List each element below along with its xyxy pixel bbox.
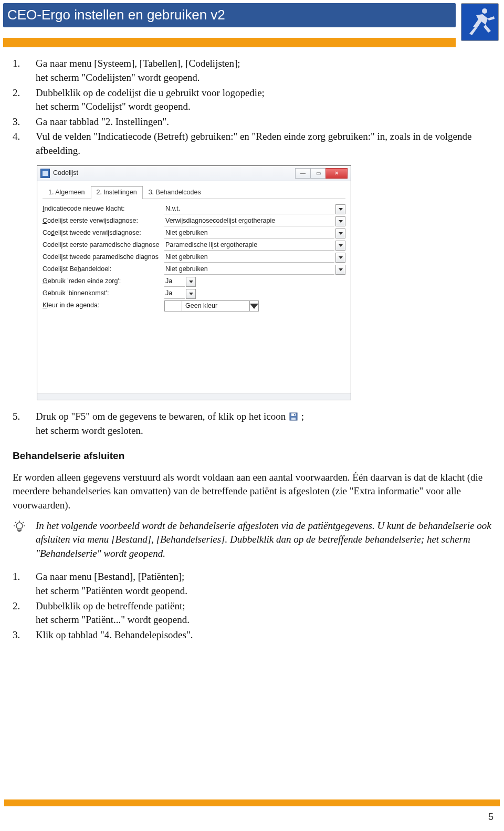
form-row: Codelijst eerste verwijsdiagnose:Verwijs… [43,215,345,227]
form-row: Gebruik 'reden einde zorg':Ja [43,276,345,287]
form-value[interactable]: Niet gebruiken [164,228,334,238]
form-label: Gebruik 'binnenkomst': [43,289,164,298]
dropdown-button[interactable] [335,228,345,238]
step-number: 3. [13,628,36,642]
step-text: Ga naar tabblad "2. Instellingen". [36,115,491,129]
tip-text: In het volgende voorbeeld wordt de behan… [36,519,491,561]
form-value[interactable]: Paramedische lijst ergotherapie [164,240,334,251]
svg-rect-4 [291,418,296,420]
form-row: Codelijst eerste paramedische diagnosePa… [43,240,345,251]
dropdown-button[interactable] [186,289,196,299]
form-value[interactable]: N.v.t. [164,204,334,214]
window-titlebar: Codelijst — ▭ ✕ [37,166,351,181]
logo-runner-icon [461,3,499,41]
form-row: Gebruik 'binnenkomst':Ja [43,288,345,299]
svg-rect-5 [294,414,295,416]
step-number: 2. [13,86,36,114]
form-value[interactable]: Ja [164,288,185,299]
window-close-button[interactable]: ✕ [326,168,348,179]
form-label: Codelijst eerste paramedische diagnose [43,241,164,250]
tab-3-behandelcodes[interactable]: 3. Behandelcodes [143,186,207,200]
color-dropdown-button[interactable] [250,300,259,311]
dropdown-button[interactable] [186,277,196,287]
step-number: 4. [13,130,36,158]
step-text: het scherm wordt gesloten. [36,425,143,436]
form-label: Codelijst tweede paramedische diagnos [43,253,164,262]
header-accent-bar [3,38,456,47]
form-label: Indicatiecode nieuwe klacht: [43,204,164,214]
dropdown-button[interactable] [335,216,345,226]
form-row-color: Kleur in de agenda: Geen kleur [43,300,345,311]
form-row: Codelijst tweede paramedische diagnosNie… [43,252,345,263]
form-value[interactable]: Verwijsdiagnosecodelijst ergotherapie [164,216,334,226]
footer: 5 [0,799,504,831]
step-text: Dubbelklik op de codelijst die u gebruik… [36,86,491,114]
form-label: Codelijst Behandeldoel: [43,265,164,274]
section-heading: Behandelserie afsluiten [13,449,491,463]
app-icon [40,169,50,178]
step-number: 5. [13,410,36,438]
step-number: 1. [13,57,36,85]
color-swatch[interactable] [164,300,182,311]
step-number: 3. [13,115,36,129]
step-number: 2. [13,599,36,627]
document-header: CEO-Ergo instellen en gebruiken v2 [0,0,504,47]
form-row: Codelijst Behandeldoel:Niet gebruiken [43,264,345,275]
form-value[interactable]: Niet gebruiken [164,264,334,275]
step-number: 1. [13,570,36,598]
tab-2-instellingen[interactable]: 2. Instellingen [91,186,143,200]
form-label: Codelijst tweede verwijsdiagnose: [43,228,164,238]
step-text: Druk op "F5" om de gegevens te bewaren, … [36,411,286,422]
form-label: Gebruik 'reden einde zorg': [43,277,164,286]
dropdown-button[interactable] [335,253,345,263]
page-number: 5 [0,806,504,831]
tab-1-algemeen[interactable]: 1. Algemeen [43,186,91,200]
svg-point-1 [482,8,487,14]
embedded-screenshot: Codelijst — ▭ ✕ 1. Algemeen2. Instelling… [37,165,351,401]
form-value[interactable]: Niet gebruiken [164,252,334,263]
step-text: Vul de velden "Indicatiecode (Betreft) g… [36,130,491,158]
step-5: 5. Druk op "F5" om de gegevens te beware… [13,410,491,438]
tip-block: In het volgende voorbeeld wordt de behan… [13,519,491,561]
paragraph: Er worden alleen gegevens verstuurd als … [13,471,491,513]
lightbulb-icon [13,519,36,561]
step-text: Dubbelklik op de betreffende patiënt;het… [36,599,491,627]
save-icon [289,411,298,419]
dropdown-button[interactable] [335,265,345,275]
color-value: Geen kleur [182,300,250,311]
dropdown-button[interactable] [335,204,345,214]
tab-strip: 1. Algemeen2. Instellingen3. Behandelcod… [43,185,345,200]
window-maximize-button[interactable]: ▭ [310,168,326,179]
window-statusbar [37,393,351,400]
dropdown-button[interactable] [335,241,345,251]
step-text: Klik op tabblad "4. Behandelepisodes". [36,628,491,642]
form-label: Kleur in de agenda: [43,301,164,310]
form-value[interactable]: Ja [164,276,185,287]
form-row: Codelijst tweede verwijsdiagnose:Niet ge… [43,227,345,239]
steps-list-b: 1.Ga naar menu [Bestand], [Patiënten];he… [13,570,491,642]
footer-accent-bar [4,799,500,806]
form-label: Codelijst eerste verwijsdiagnose: [43,216,164,226]
step-text: ; [301,411,304,422]
form-row: Indicatiecode nieuwe klacht:N.v.t. [43,203,345,215]
window-minimize-button[interactable]: — [295,168,311,179]
step-text: Ga naar menu [Systeem], [Tabellen], [Cod… [36,57,491,85]
svg-point-6 [16,523,23,529]
page-title: CEO-Ergo instellen en gebruiken v2 [3,3,456,27]
steps-list-a: 1.Ga naar menu [Systeem], [Tabellen], [C… [13,57,491,158]
step-text: Ga naar menu [Bestand], [Patiënten];het … [36,570,491,598]
window-title: Codelijst [53,169,296,178]
